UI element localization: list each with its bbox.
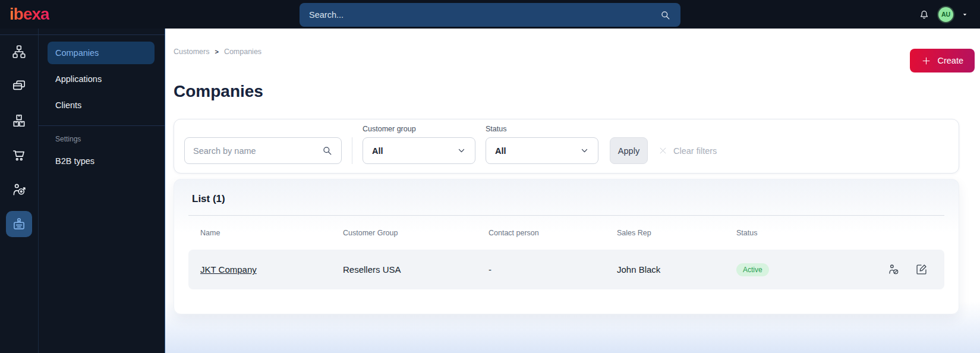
id-badge-icon — [11, 216, 27, 232]
settings-section-label: Settings — [55, 135, 155, 143]
app-root: ibexa AU — [0, 0, 980, 353]
list-card: List (1) Name Customer Group Contact per… — [174, 179, 959, 314]
sidebar-item-companies[interactable]: Companies — [48, 42, 155, 64]
global-search-input[interactable] — [309, 10, 660, 20]
table-header: Name Customer Group Contact person Sales… — [188, 216, 944, 250]
create-button-label: Create — [937, 56, 963, 65]
breadcrumb-item-companies: Companies — [224, 48, 261, 56]
status-select[interactable]: All — [486, 137, 598, 164]
breadcrumb-separator: > — [215, 48, 218, 55]
ibexa-logo[interactable]: ibexa — [10, 5, 49, 24]
name-filter[interactable] — [184, 137, 342, 164]
cart-icon — [11, 147, 27, 163]
customer-group-filter: Customer group All — [363, 125, 475, 164]
sidebar-divider — [0, 34, 165, 35]
sidebar-menu: Companies Applications Clients Settings … — [39, 29, 165, 353]
sidebar-item-b2b-types[interactable]: B2B types — [48, 150, 155, 172]
notifications-bell-icon[interactable] — [918, 8, 930, 20]
plus-icon — [921, 56, 931, 66]
status-value: All — [495, 146, 506, 156]
search-icon[interactable] — [322, 145, 333, 156]
clear-filters-label: Clear filters — [673, 146, 717, 156]
chevron-down-icon[interactable] — [962, 11, 968, 18]
apply-button[interactable]: Apply — [610, 137, 648, 164]
sitemap-icon — [11, 44, 27, 59]
sidebar-item-applications[interactable]: Applications — [48, 68, 155, 90]
breadcrumb-item-customers[interactable]: Customers — [174, 48, 209, 56]
topbar: ibexa AU — [0, 0, 980, 29]
menu-divider — [39, 125, 165, 126]
customer-group-select[interactable]: All — [363, 137, 475, 164]
column-header-sales-rep: Sales Rep — [617, 229, 736, 237]
search-icon[interactable] — [660, 10, 671, 21]
rail-item-content-tree[interactable] — [6, 39, 32, 65]
column-header-contact-person: Contact person — [489, 229, 617, 237]
column-header-name: Name — [200, 229, 343, 237]
sidebar-item-clients[interactable]: Clients — [48, 94, 155, 116]
main-content: Customers > Companies Create Companies — [165, 29, 980, 353]
row-actions — [881, 263, 932, 276]
boxes-icon — [11, 113, 27, 128]
icon-rail — [0, 29, 39, 353]
topbar-right-cluster: AU — [918, 0, 968, 29]
sidebar: Companies Applications Clients Settings … — [0, 29, 165, 353]
status-filter: Status All — [486, 125, 598, 164]
status-badge: Active — [736, 263, 769, 276]
cell-name: JKT Company — [200, 264, 343, 275]
stacked-cards-icon — [11, 78, 27, 94]
deactivate-user-icon[interactable] — [887, 263, 900, 276]
close-icon — [658, 146, 667, 155]
rail-item-commerce[interactable] — [6, 142, 32, 168]
filter-divider — [352, 137, 352, 164]
global-search[interactable] — [300, 3, 680, 27]
page-title: Companies — [174, 82, 959, 101]
edit-icon[interactable] — [915, 263, 928, 276]
cell-contact-person: - — [489, 264, 617, 275]
filters-card: Customer group All Status All — [174, 119, 959, 174]
customer-group-value: All — [372, 146, 383, 156]
create-button[interactable]: Create — [910, 49, 975, 73]
chevron-down-icon — [457, 146, 466, 155]
sidebar-item-label: Applications — [55, 74, 102, 84]
chevron-down-icon — [580, 146, 589, 155]
clear-filters-button[interactable]: Clear filters — [658, 137, 717, 164]
customer-group-label: Customer group — [363, 125, 475, 133]
list-title: List (1) — [192, 179, 944, 205]
avatar[interactable]: AU — [938, 7, 953, 22]
person-target-icon — [11, 182, 27, 197]
column-header-status: Status — [736, 229, 881, 237]
cell-customer-group: Resellers USA — [343, 264, 489, 275]
rail-item-pages[interactable] — [6, 73, 32, 99]
column-header-customer-group: Customer Group — [343, 229, 489, 237]
company-name-link[interactable]: JKT Company — [200, 264, 257, 275]
cell-status: Active — [736, 263, 881, 276]
page-body: Companies Applications Clients Settings … — [0, 29, 980, 353]
name-filter-input[interactable] — [193, 146, 322, 156]
sidebar-item-label: Clients — [55, 100, 81, 110]
breadcrumb: Customers > Companies — [174, 29, 959, 56]
sidebar-item-label: B2B types — [55, 156, 94, 166]
sidebar-item-label: Companies — [55, 48, 99, 58]
status-label: Status — [486, 125, 598, 133]
rail-item-products[interactable] — [6, 108, 32, 134]
table-row: JKT Company Resellers USA - John Black A… — [188, 250, 944, 289]
rail-item-marketing[interactable] — [6, 176, 32, 203]
cell-sales-rep: John Black — [617, 264, 736, 275]
rail-item-customers[interactable] — [6, 211, 32, 237]
